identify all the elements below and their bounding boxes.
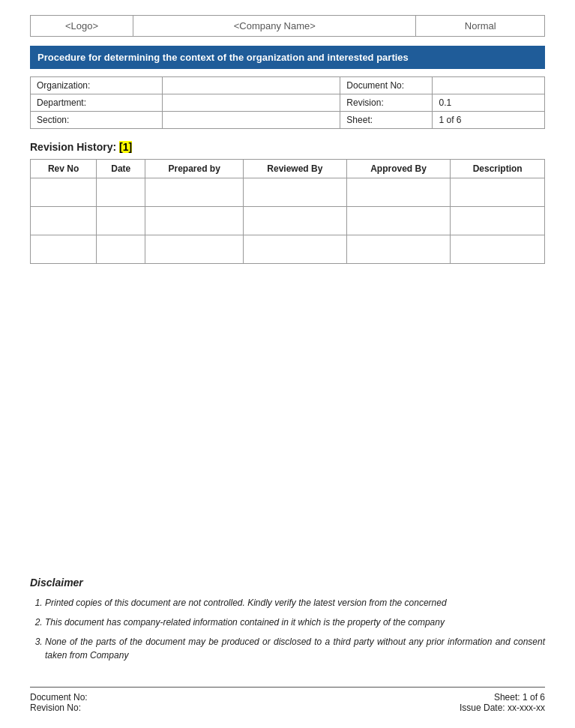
- revision-label: Revision:: [340, 94, 433, 112]
- table-cell: [145, 178, 244, 207]
- table-cell: [31, 178, 97, 207]
- revision-history-table: Rev NoDatePrepared byReviewed ByApproved…: [30, 159, 545, 264]
- table-row: [31, 178, 545, 207]
- table-cell: [97, 235, 145, 264]
- table-cell: [145, 235, 244, 264]
- table-cell: [451, 207, 545, 235]
- sheet-value: 1 of 6: [433, 112, 545, 129]
- header-logo: <Logo>: [31, 16, 133, 37]
- revision-value: 0.1: [433, 94, 545, 112]
- revision-col-header: Rev No: [31, 160, 97, 178]
- list-item: This document has company-related inform…: [45, 616, 545, 629]
- revision-header-row: Rev NoDatePrepared byReviewed ByApproved…: [31, 160, 545, 178]
- revision-col-header: Prepared by: [145, 160, 244, 178]
- revision-col-header: Date: [97, 160, 145, 178]
- disclaimer-title: Disclaimer: [30, 577, 545, 589]
- title-banner: Procedure for determining the context of…: [30, 46, 545, 69]
- header-company-name: <Company Name>: [133, 16, 416, 37]
- table-cell: [451, 178, 545, 207]
- table-row: [31, 235, 545, 264]
- table-cell: [451, 235, 545, 264]
- revision-body: [31, 178, 545, 264]
- footer-sheet: Sheet: 1 of 6: [460, 692, 545, 703]
- revision-col-header: Description: [451, 160, 545, 178]
- document-no-value: [433, 77, 545, 94]
- disclaimer-list: Printed copies of this document are not …: [30, 596, 545, 662]
- table-row: [31, 207, 545, 235]
- section-label: Section:: [31, 112, 163, 129]
- footer-document-no: Document No:: [30, 692, 88, 703]
- footer-right: Sheet: 1 of 6 Issue Date: xx-xxx-xx: [460, 692, 545, 713]
- footer-revision-no: Revision No:: [30, 703, 88, 713]
- organization-label: Organization:: [31, 77, 163, 94]
- department-value: [162, 94, 340, 112]
- disclaimer-section: Disclaimer Printed copies of this docume…: [30, 577, 545, 668]
- sheet-label: Sheet:: [340, 112, 433, 129]
- section-value: [162, 112, 340, 129]
- table-cell: [243, 235, 346, 264]
- department-label: Department:: [31, 94, 163, 112]
- table-cell: [97, 207, 145, 235]
- revision-col-header: Approved By: [346, 160, 451, 178]
- footer-left: Document No: Revision No:: [30, 692, 88, 713]
- table-cell: [346, 235, 451, 264]
- footer-issue-date: Issue Date: xx-xxx-xx: [460, 703, 545, 713]
- list-item: None of the parts of the document may be…: [45, 635, 545, 662]
- table-cell: [97, 178, 145, 207]
- organization-value: [162, 77, 340, 94]
- header-table: <Logo> <Company Name> Normal: [30, 15, 545, 37]
- revision-history-label: Revision History:: [30, 141, 116, 153]
- revision-history-heading: Revision History: [1]: [30, 141, 545, 153]
- table-cell: [346, 207, 451, 235]
- header-status: Normal: [416, 16, 545, 37]
- list-item: Printed copies of this document are not …: [45, 596, 545, 610]
- table-cell: [346, 178, 451, 207]
- table-cell: [145, 207, 244, 235]
- footer: Document No: Revision No: Sheet: 1 of 6 …: [30, 687, 545, 713]
- document-no-label: Document No:: [340, 77, 433, 94]
- table-cell: [31, 235, 97, 264]
- info-table: Organization: Document No: Department: R…: [30, 76, 545, 129]
- revision-col-header: Reviewed By: [243, 160, 346, 178]
- table-cell: [31, 207, 97, 235]
- table-cell: [243, 207, 346, 235]
- revision-history-number: [1]: [119, 141, 132, 153]
- table-cell: [243, 178, 346, 207]
